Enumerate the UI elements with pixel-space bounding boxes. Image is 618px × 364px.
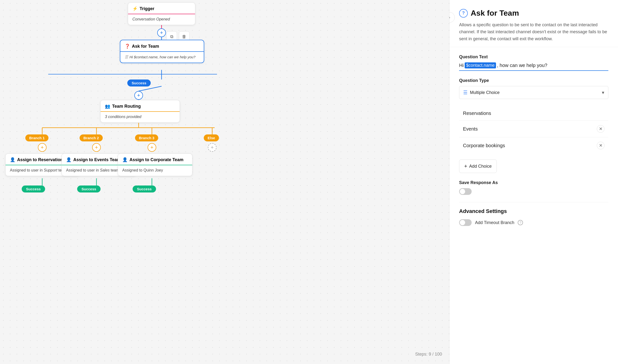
advanced-row: Add Timeout Branch ? (459, 219, 608, 226)
panel-title-icon: ? (459, 9, 468, 18)
steps-counter: Steps: 9 / 100 (415, 352, 442, 357)
choice-corporate-label: Corporate bookings (463, 143, 505, 148)
svg-line-3 (139, 86, 161, 91)
branch-label-2: Branch 2 (80, 134, 103, 142)
routing-node-header: 👥 Team Routing (101, 100, 180, 112)
add-choice-button[interactable]: + Add Choice (459, 159, 497, 173)
panel-title-row: ? Ask for Team (459, 9, 608, 18)
branch-label-3: Branch 3 (135, 134, 158, 142)
add-btn-branch-2[interactable]: + (92, 143, 101, 152)
right-panel: › ? Ask for Team Allows a specific quest… (449, 0, 618, 364)
advanced-settings-section: Advanced Settings Add Timeout Branch ? (459, 202, 608, 226)
trigger-node-header: ⚡ Trigger (128, 3, 195, 14)
add-btn-branch-3[interactable]: + (148, 143, 156, 152)
question-type-select[interactable]: ☰ Multiple Choice ▾ (459, 86, 608, 99)
assign-corporate-header: 👤 Assign to Corporate Team (118, 154, 192, 165)
trigger-label: Trigger (140, 6, 154, 11)
save-response-label: Save Response As (459, 180, 608, 185)
choice-corporate: Corporate bookings ✕ (459, 137, 608, 154)
success-badge-main: Success (127, 79, 151, 87)
success-badge-3: Success (133, 185, 156, 193)
assign-corporate-label: Assign to Corporate Team (130, 157, 184, 162)
multiple-choice-icon: ☰ (463, 90, 468, 95)
assign-icon-2: 👤 (66, 157, 71, 162)
panel-title: Ask for Team (471, 9, 519, 18)
choice-events: Events ✕ (459, 121, 608, 137)
success-badge-1: Success (22, 185, 45, 193)
add-btn-success-routing[interactable]: + (134, 91, 143, 100)
workflow-canvas: ⚡ Trigger Conversation Opened + ⧉ 🗑 ❓ As… (0, 0, 449, 364)
help-icon[interactable]: ? (518, 220, 523, 225)
assign-events-label: Assign to Events Team (73, 157, 121, 162)
panel-header: ? Ask for Team Allows a specific questio… (449, 0, 618, 47)
team-routing-node[interactable]: 👥 Team Routing 3 conditions provided (100, 100, 180, 123)
branch-label-1: Branch 1 (25, 134, 48, 142)
plus-icon: + (464, 163, 467, 169)
assign-icon-3: 👤 (122, 157, 128, 162)
advanced-settings-title: Advanced Settings (459, 208, 608, 214)
question-type-group: Question Type ☰ Multiple Choice ▾ (459, 78, 608, 99)
ask-for-team-node[interactable]: ❓ Ask for Team ☰ Hi $contact.name, how c… (120, 40, 204, 63)
remove-corporate-button[interactable]: ✕ (597, 142, 605, 149)
timeout-toggle[interactable] (459, 219, 472, 226)
question-suffix: , how can we help you? (497, 63, 547, 68)
routing-label: Team Routing (112, 104, 141, 109)
add-btn-branch-1[interactable]: + (38, 143, 47, 152)
choices-section: Reservations Events ✕ Corporate bookings… (459, 106, 608, 154)
panel-description: Allows a specific question to be sent to… (459, 21, 608, 42)
trigger-node[interactable]: ⚡ Trigger Conversation Opened (128, 2, 195, 25)
question-text-display[interactable]: Hi $contact.name , how can we help you? (459, 62, 608, 71)
save-response-toggle[interactable] (459, 188, 472, 195)
success-badge-2: Success (77, 185, 101, 193)
add-choice-label: Add Choice (469, 164, 492, 169)
routing-node-body: 3 conditions provided (101, 112, 180, 122)
save-response-section: Save Response As (459, 180, 608, 195)
question-text-group: Question Text Hi $contact.name , how can… (459, 54, 608, 71)
branch-label-else: Else (204, 134, 219, 142)
question-variable: $contact.name (465, 62, 496, 68)
question-type-value: Multiple Choice (470, 90, 500, 95)
question-text-label: Question Text (459, 54, 608, 60)
ask-node-header: ❓ Ask for Team (120, 40, 204, 52)
choice-events-label: Events (463, 126, 478, 132)
question-prefix: Hi (459, 63, 464, 68)
ask-node-body: ☰ Hi $contact.name, how can we help you? (120, 52, 204, 63)
timeout-label: Add Timeout Branch (475, 220, 514, 225)
add-btn-else[interactable]: + (208, 143, 216, 152)
chevron-down-icon: ▾ (602, 90, 604, 95)
routing-icon: 👥 (105, 104, 110, 109)
choice-reservations: Reservations (459, 106, 608, 121)
assign-corporate-body: Assigned to Quinn Joey (118, 165, 192, 176)
ask-node-label: Ask for Team (132, 44, 159, 49)
question-type-label: Question Type (459, 78, 608, 83)
remove-events-button[interactable]: ✕ (597, 125, 605, 133)
assign-node-corporate[interactable]: 👤 Assign to Corporate Team Assigned to Q… (118, 154, 192, 176)
panel-body: Question Text Hi $contact.name , how can… (449, 47, 618, 233)
assign-icon-1: 👤 (10, 157, 15, 162)
trigger-node-body: Conversation Opened (128, 14, 195, 25)
add-btn-trigger-ask[interactable]: + (157, 28, 166, 37)
ask-icon: ❓ (125, 44, 130, 49)
trigger-icon: ⚡ (132, 6, 138, 11)
choice-reservations-label: Reservations (463, 111, 491, 116)
